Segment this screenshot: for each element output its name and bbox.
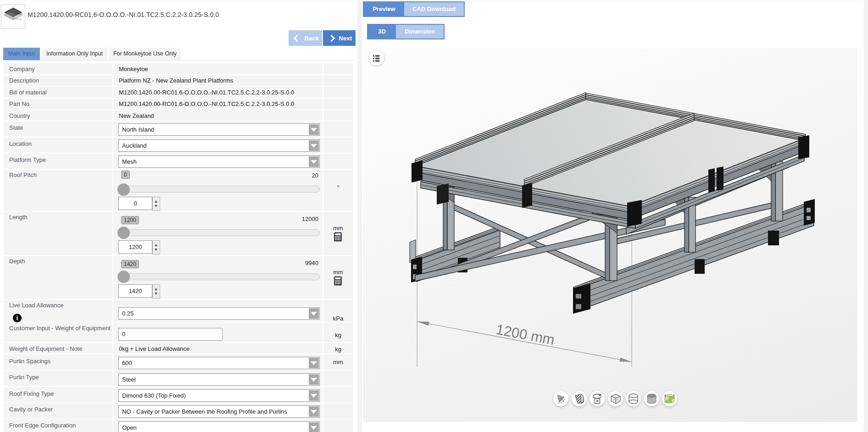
svg-text:M.PLAT: M.PLAT (14, 17, 22, 22)
svg-text:1200 mm: 1200 mm (495, 321, 556, 348)
